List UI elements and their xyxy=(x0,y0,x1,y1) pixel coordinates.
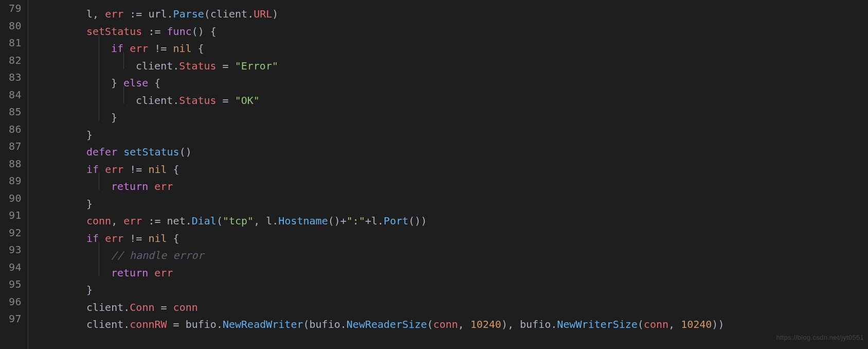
line-number: 83 xyxy=(0,69,23,86)
line-number: 79 xyxy=(0,0,23,18)
code-line[interactable]: client.Conn = conn xyxy=(37,293,868,311)
line-number: 96 xyxy=(0,293,23,311)
line-number: 80 xyxy=(0,18,23,35)
line-number: 92 xyxy=(0,224,23,242)
token-ident: bufio xyxy=(520,318,551,330)
code-line[interactable]: } xyxy=(37,121,868,138)
code-line[interactable]: l, err := url.Parse(client.URL) xyxy=(37,0,868,18)
line-number: 97 xyxy=(0,310,23,328)
token-punc: , xyxy=(668,318,681,330)
code-line[interactable]: } xyxy=(37,190,868,207)
token-op: = xyxy=(167,318,186,330)
token-punc: )) xyxy=(712,318,724,330)
token-punc: . xyxy=(123,318,130,330)
code-line[interactable]: if err != nil { xyxy=(37,224,868,242)
token-ident: client xyxy=(86,318,123,330)
code-line[interactable]: conn, err := net.Dial("tcp", l.Hostname(… xyxy=(37,207,868,224)
fold-indicator-line xyxy=(28,0,28,349)
line-number: 87 xyxy=(0,138,23,155)
token-number: 10240 xyxy=(471,318,501,330)
line-number: 86 xyxy=(0,121,23,138)
fold-bar xyxy=(23,0,37,349)
line-number: 91 xyxy=(0,207,23,224)
code-line[interactable]: } else { xyxy=(37,69,868,86)
token-call: NewWriterSize xyxy=(557,318,638,330)
line-number: 88 xyxy=(0,155,23,173)
line-number: 82 xyxy=(0,52,23,69)
line-number: 90 xyxy=(0,190,23,207)
token-ident: bufio xyxy=(186,318,216,330)
token-punc: ( xyxy=(303,318,309,330)
token-var: conn xyxy=(644,318,668,330)
code-line[interactable]: client.Status = "OK" xyxy=(37,86,868,104)
code-line[interactable]: return err xyxy=(37,172,868,190)
line-number: 93 xyxy=(0,241,23,259)
token-call: NewReadWriter xyxy=(223,318,303,330)
code-line[interactable]: setStatus := func() { xyxy=(37,18,868,35)
line-number: 89 xyxy=(0,172,23,190)
token-punc: . xyxy=(340,318,347,330)
line-number: 84 xyxy=(0,86,23,104)
token-punc: ( xyxy=(638,318,644,330)
line-number: 85 xyxy=(0,103,23,121)
token-call: NewReaderSize xyxy=(347,318,427,330)
line-number-gutter: 79808182838485868788899091929394959697 xyxy=(0,0,23,349)
line-number: 81 xyxy=(0,34,23,52)
token-punc: . xyxy=(216,318,223,330)
code-line[interactable]: client.Status = "Error" xyxy=(37,52,868,69)
code-line[interactable]: } xyxy=(37,276,868,293)
code-line[interactable]: client.connRW = bufio.NewReadWriter(bufi… xyxy=(37,310,868,328)
line-number: 94 xyxy=(0,259,23,276)
code-line[interactable]: if err != nil { xyxy=(37,155,868,173)
token-prop: connRW xyxy=(130,318,167,330)
token-punc: . xyxy=(551,318,557,330)
token-punc: , xyxy=(458,318,471,330)
watermark-text: https://blog.csdn.net/jyt0551 xyxy=(776,329,864,346)
code-line[interactable]: defer setStatus() xyxy=(37,138,868,155)
token-var: conn xyxy=(433,318,458,330)
line-number: 95 xyxy=(0,276,23,293)
code-line[interactable]: } xyxy=(37,103,868,121)
token-punc: ( xyxy=(427,318,433,330)
code-editor[interactable]: 79808182838485868788899091929394959697 l… xyxy=(0,0,868,349)
token-punc: ), xyxy=(501,318,520,330)
code-area[interactable]: l, err := url.Parse(client.URL)setStatus… xyxy=(37,0,868,349)
code-line[interactable]: // handle error xyxy=(37,241,868,259)
token-ident: bufio xyxy=(310,318,340,330)
code-line[interactable]: return err xyxy=(37,259,868,276)
code-line[interactable]: if err != nil { xyxy=(37,34,868,52)
token-number: 10240 xyxy=(681,318,712,330)
